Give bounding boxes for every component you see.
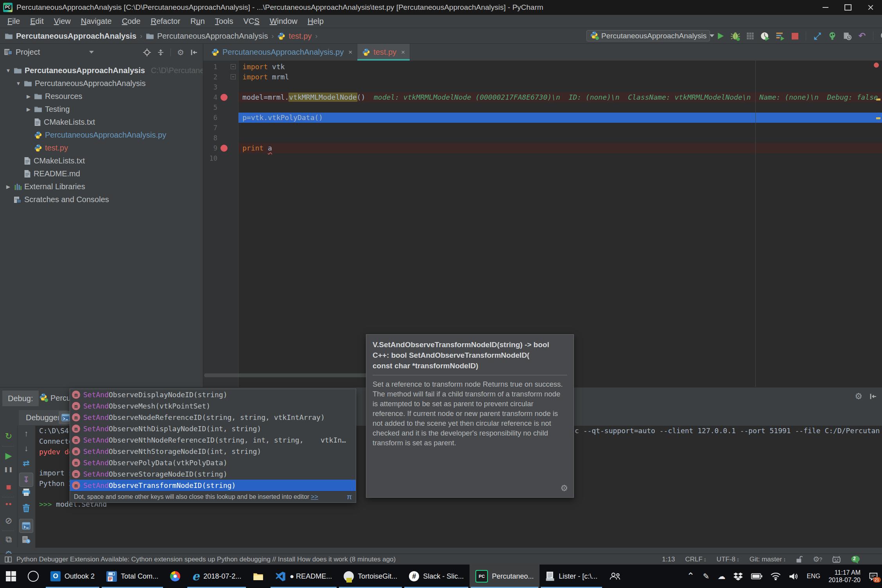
gear-icon[interactable]: ⚙ [560,483,568,493]
history-up-button[interactable]: ↑ [17,429,35,438]
tree-item-cmakelists-txt[interactable]: CMakeLists.txt [0,154,203,167]
dropbox-button[interactable] [733,572,743,581]
taskbar-tortoisegit[interactable]: TortoiseGit... [338,565,403,588]
tab-close-icon[interactable]: × [348,48,352,56]
tree-item-readme-md[interactable]: README.md [0,167,203,180]
maximize-button[interactable] [837,0,859,15]
tree-expand-icon[interactable]: ▶ [26,106,31,112]
onedrive-cloud-icon[interactable]: ☁ [717,572,725,581]
breadcrumb-item[interactable]: PercutaneousApproachAnalysis [5,32,136,41]
code-line-2[interactable]: import mrml [238,72,882,82]
code-line-9[interactable]: print a [238,143,882,153]
caret-position[interactable]: 1:13 [662,556,675,563]
menu-tools[interactable]: Tools [210,17,238,26]
run-button[interactable] [715,31,726,41]
completion-item-setandobservedisplaynodeid[interactable]: mSetAndObserveDisplayNodeID(string) [70,389,356,400]
debug-tab[interactable]: Debug: [2,391,39,406]
gutter-line-1[interactable]: 1− [203,62,238,72]
taskbar-explorer[interactable] [247,565,269,588]
tree-item-resources[interactable]: ▶Resources [0,90,203,103]
stop-button[interactable]: ■ [0,482,17,492]
show-prompt-button[interactable] [17,519,35,533]
gutter-line-2[interactable]: 2− [203,72,238,82]
completion-item-setandobserventhstoragenodeid[interactable]: mSetAndObserveNthStorageNodeID(int, stri… [70,446,356,457]
locate-file-button[interactable] [143,48,151,56]
fold-marker-icon[interactable]: − [231,64,236,69]
editor-tab-test-py[interactable]: test.py× [357,44,410,61]
tree-item-test-py[interactable]: test.py [0,142,203,154]
language-indicator[interactable]: ENG [807,573,820,580]
scroll-to-end-button[interactable]: ↧ [17,473,35,487]
breadcrumb-item[interactable]: test.py [277,32,312,41]
update-project-button[interactable] [812,31,823,41]
menu-run[interactable]: Run [185,17,210,26]
minimize-button[interactable] [814,0,837,15]
profile-button[interactable] [760,31,770,41]
editor-gutter[interactable]: 1−2−345678910 [203,61,238,387]
gutter-line-6[interactable]: 6 [203,113,238,123]
clear-console-button[interactable] [17,504,35,512]
breakpoint-icon[interactable] [220,145,228,152]
code-line-3[interactable] [238,82,882,92]
start-button[interactable] [0,565,22,588]
status-message[interactable]: Python Debugger Extension Available: Cyt… [16,556,396,563]
gutter-line-3[interactable]: 3 [203,82,238,92]
hide-panel-button[interactable] [190,49,197,56]
tree-item-scratches-and-consoles[interactable]: Scratches and Consoles [0,193,203,206]
breadcrumb-item[interactable]: PercutaneousApproachAnalysis [146,32,268,41]
gear-icon[interactable]: ⚙ [177,48,184,56]
menu-vcs[interactable]: VCS [238,17,265,26]
hidden-icons-chevron[interactable]: ⌃ [687,571,695,582]
mute-breakpoints-button[interactable]: ⊘ [0,516,17,526]
menu-help[interactable]: Help [303,17,329,26]
close-button[interactable] [859,0,882,15]
code-line-6[interactable]: p=vtk.vtkPolyData() [238,113,882,123]
collapse-all-button[interactable] [157,49,164,56]
tree-expand-icon[interactable]: ▶ [5,184,11,190]
tree-item-cmakelists-txt[interactable]: CMakeLists.txt [0,116,203,129]
concurrency-button[interactable] [775,31,785,41]
tree-item-testing[interactable]: ▶Testing [0,103,203,116]
tree-expand-icon[interactable]: ▼ [16,81,21,86]
tree-item-percutaneousapproachanalysis[interactable]: ▼PercutaneousApproachAnalysisC:\D\Percut… [0,64,203,77]
code-line-10[interactable] [238,153,882,163]
gutter-line-4[interactable]: 4 [203,92,238,102]
completion-item-setandobserventhdisplaynodeid[interactable]: mSetAndObserveNthDisplayNodeID(int, stri… [70,423,356,434]
restore-layout-button[interactable]: ⧉ [0,534,17,545]
gutter-line-9[interactable]: 9 [203,143,238,153]
taskbar-clock[interactable]: 11:17 AM2018-07-20 [828,569,860,584]
completion-item-setandobservenodereferenceid[interactable]: mSetAndObserveNodeReferenceID(string, st… [70,412,356,423]
menu-edit[interactable]: Edit [25,17,48,26]
tree-expand-icon[interactable]: ▶ [26,93,31,99]
editor-tab-percutaneousapproachanalysis-py[interactable]: PercutaneousApproachAnalysis.py× [206,44,357,61]
taskbar-lister[interactable]: Lister - [c:\... [540,565,603,588]
taskbar-people[interactable] [603,565,627,588]
write-access-toggle[interactable] [796,556,803,563]
tree-item-external-libraries[interactable]: ▶External Libraries [0,180,203,193]
code-line-8[interactable] [238,133,882,143]
taskbar-outlook[interactable]: OOutlook 2 [45,565,100,588]
ide-fatal-errors-button[interactable] [832,556,841,563]
taskbar-chrome[interactable] [164,565,186,588]
tree-expand-icon[interactable]: ▼ [5,68,11,74]
menu-navigate[interactable]: Navigate [76,17,117,26]
fold-marker-icon[interactable]: − [231,74,236,79]
completion-item-setandobservestoragenodeid[interactable]: mSetAndObserveStorageNodeID(string) [70,468,356,480]
completion-item-setandobservetransformnodeid[interactable]: mSetAndObserveTransformNodeID(string) [70,480,356,491]
tree-item-percutaneousapproachanalysis-py[interactable]: PercutaneousApproachAnalysis.py [0,129,203,142]
event-log-button[interactable]: 2 [851,556,859,563]
pause-button[interactable]: ❚❚ [0,466,17,472]
rollback-button[interactable]: ↶ [857,31,867,41]
gutter-line-7[interactable]: 7 [203,123,238,133]
view-breakpoints-button[interactable]: ●● [0,501,17,507]
tab-close-icon[interactable]: × [401,48,405,56]
taskbar-edge[interactable]: e2018-07-2... [186,565,247,588]
tree-item-percutaneousapproachanalysis[interactable]: ▼PercutaneousApproachAnalysis [0,77,203,90]
history-button[interactable] [842,31,852,41]
taskbar-slack[interactable]: #Slack - Slic... [403,565,470,588]
analysis-status-indicator[interactable] [874,63,879,68]
menu-view[interactable]: View [49,17,76,26]
coverage-button[interactable] [745,31,755,41]
git-branch-selector[interactable]: Git: master↕ [749,556,786,563]
toolwindow-toggle-icon[interactable] [5,556,12,563]
